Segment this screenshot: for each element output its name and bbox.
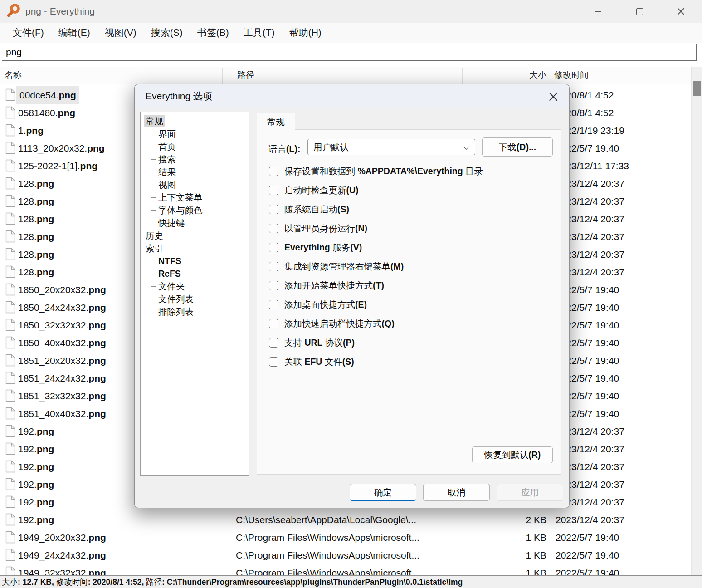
apply-button[interactable]: 应用: [497, 484, 563, 501]
checkbox-row[interactable]: 添加快速启动栏快捷方式(Q): [269, 317, 395, 330]
minimize-button[interactable]: [577, 0, 619, 23]
checkbox-row[interactable]: 支持 URL 协议(P): [269, 336, 355, 349]
tree-item[interactable]: ReFS: [141, 267, 249, 280]
general-tab-page: 语言(L): 用户默认 下载(D)... 保存设置和数据到 %APPDATA%\…: [257, 129, 561, 475]
file-name: 0581480.png: [18, 104, 75, 122]
dialog-close-button[interactable]: [547, 91, 559, 103]
column-header-name[interactable]: 名称: [5, 67, 22, 84]
search-input[interactable]: [2, 44, 697, 61]
file-name: 1949_32x32x32.png: [18, 564, 106, 575]
column-header-path[interactable]: 路径: [237, 67, 254, 84]
tree-item[interactable]: 历史: [141, 229, 249, 242]
column-header-size[interactable]: 大小: [463, 67, 546, 84]
tree-item[interactable]: 排除列表: [141, 305, 249, 318]
checkbox-row[interactable]: 添加桌面快捷方式(E): [269, 298, 367, 311]
language-select[interactable]: 用户默认: [307, 139, 475, 155]
language-value: 用户默认: [313, 141, 349, 153]
minimize-icon: [595, 11, 601, 12]
tree-item[interactable]: 字体与颜色: [141, 204, 249, 216]
tree-item[interactable]: 文件列表: [141, 293, 249, 305]
checkbox-row[interactable]: 保存设置和数据到 %APPDATA%\Everything 目录: [269, 165, 483, 177]
file-icon: [5, 566, 15, 575]
menu-item[interactable]: 文件(F): [5, 26, 51, 39]
checkbox[interactable]: [269, 224, 278, 233]
file-name: 192.png: [18, 511, 54, 529]
file-modified: 2023/12/4 20:37: [556, 511, 624, 529]
checkbox-row[interactable]: 以管理员身份运行(N): [269, 222, 367, 235]
checkbox-row[interactable]: Everything 服务(V): [269, 241, 362, 254]
file-icon: [5, 478, 15, 490]
tree-item[interactable]: 首页: [141, 140, 249, 153]
file-icon: [5, 212, 15, 225]
checkbox[interactable]: [269, 243, 278, 252]
file-name: 1851_40x40x32.png: [18, 405, 106, 422]
file-name: 125-2022-1[1].png: [18, 157, 98, 175]
file-name: 128.png: [18, 228, 54, 245]
checkbox-row[interactable]: 随系统自启动(S): [269, 203, 349, 216]
table-row[interactable]: 1949_32x32x32.png C:\Program Files\Windo…: [0, 564, 691, 575]
title-bar: png - Everything: [0, 0, 702, 23]
scrollbar-thumb[interactable]: [693, 81, 701, 96]
tab-general[interactable]: 常规: [257, 113, 295, 130]
menu-item[interactable]: 工具(T): [236, 26, 282, 39]
menu-item[interactable]: 帮助(H): [282, 26, 329, 39]
file-name: 192.png: [18, 475, 54, 493]
maximize-button[interactable]: [619, 0, 660, 23]
tree-item[interactable]: 视图: [141, 178, 249, 191]
checkbox[interactable]: [269, 300, 278, 309]
file-icon: [5, 513, 15, 526]
tree-item[interactable]: 结果: [141, 166, 249, 178]
file-path: C:\Program Files\WindowsApps\microsoft..…: [236, 564, 419, 575]
ok-button[interactable]: 确定: [350, 484, 416, 501]
checkbox[interactable]: [269, 281, 278, 290]
column-separator[interactable]: [222, 68, 223, 84]
tree-item[interactable]: 常规: [141, 115, 249, 127]
tree-item[interactable]: 索引: [141, 242, 249, 255]
options-dialog: Everything 选项 常规 界面 首页 搜索 结果 视图 上下文菜单 字体…: [134, 84, 570, 508]
checkbox-label: 关联 EFU 文件(S): [284, 356, 354, 368]
file-name: 00dce54.png: [16, 86, 79, 104]
menu-item[interactable]: 编辑(E): [51, 26, 98, 39]
column-header-modified[interactable]: 修改时间: [554, 67, 589, 84]
download-language-button[interactable]: 下载(D)...: [482, 137, 553, 157]
menu-item[interactable]: 书签(B): [190, 26, 236, 39]
close-button[interactable]: [660, 0, 702, 23]
table-row[interactable]: 192.png C:\Users\seabert\AppData\Local\G…: [0, 511, 691, 529]
tree-item[interactable]: 快捷键: [141, 216, 249, 229]
cancel-button[interactable]: 取消: [423, 484, 490, 501]
column-separator[interactable]: [550, 68, 550, 84]
tree-item[interactable]: NTFS: [141, 255, 249, 267]
dialog-title: Everything 选项: [146, 90, 212, 103]
checkbox[interactable]: [269, 205, 278, 214]
checkbox[interactable]: [269, 262, 278, 271]
checkbox[interactable]: [269, 319, 278, 328]
checkbox[interactable]: [269, 186, 278, 195]
tree-item[interactable]: 文件夹: [141, 280, 249, 293]
checkbox-label: 保存设置和数据到 %APPDATA%\Everything 目录: [284, 165, 483, 177]
checkbox-row[interactable]: 添加开始菜单快捷方式(T): [269, 279, 384, 292]
restore-defaults-button[interactable]: 恢复到默认(R): [472, 446, 553, 463]
tree-item[interactable]: 搜索: [141, 153, 249, 166]
file-icon: [5, 460, 15, 473]
checkbox-row[interactable]: 关联 EFU 文件(S): [269, 355, 354, 368]
scrollbar[interactable]: [691, 67, 702, 575]
checkbox-row[interactable]: 启动时检查更新(U): [269, 184, 359, 196]
checkbox-label: 以管理员身份运行(N): [284, 222, 367, 235]
menu-item[interactable]: 视图(V): [98, 26, 144, 39]
tree-item[interactable]: 界面: [141, 127, 249, 140]
checkbox[interactable]: [269, 357, 278, 367]
menu-item[interactable]: 搜索(S): [144, 26, 190, 39]
status-text: 大小: 12.7 KB, 修改时间: 2020/8/1 4:52, 路径: C:…: [2, 577, 463, 588]
table-row[interactable]: 1949_24x24x32.png C:\Program Files\Windo…: [0, 546, 691, 564]
checkbox-row[interactable]: 集成到资源管理器右键菜单(M): [269, 260, 404, 273]
checkbox[interactable]: [269, 338, 278, 348]
checkbox-label: 添加桌面快捷方式(E): [284, 299, 367, 311]
file-name: 192.png: [18, 440, 54, 458]
file-name: 1850_40x40x32.png: [18, 334, 106, 352]
file-name: 192.png: [18, 458, 54, 475]
tree-item[interactable]: 上下文菜单: [141, 191, 249, 204]
checkbox[interactable]: [269, 167, 278, 176]
column-separator[interactable]: [462, 68, 463, 84]
table-row[interactable]: 1949_20x20x32.png C:\Program Files\Windo…: [0, 529, 691, 546]
file-icon: [5, 442, 15, 455]
